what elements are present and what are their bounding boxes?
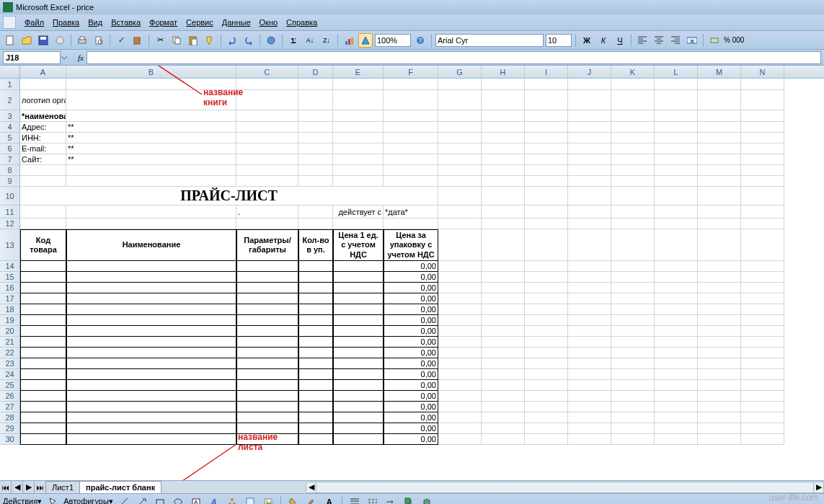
col-header-I[interactable]: I [525,66,568,78]
cell[interactable] [525,315,568,326]
cell[interactable] [66,369,236,380]
cell[interactable] [611,369,655,380]
cell[interactable] [438,337,482,348]
cell[interactable] [698,391,741,402]
cell[interactable] [20,205,66,218]
underline-button[interactable]: Ч [613,33,627,48]
row-header-27[interactable]: 27 [0,402,20,412]
cell[interactable] [655,165,698,176]
cell[interactable] [66,218,236,229]
cell[interactable] [236,434,298,445]
paste-button[interactable] [186,33,200,48]
cell[interactable] [438,412,482,423]
cell[interactable] [482,154,525,165]
cut-button[interactable]: ✂ [153,33,167,48]
cell[interactable]: ИНН: [20,133,66,143]
row-header-8[interactable]: 8 [0,165,20,176]
cell[interactable] [525,79,568,90]
sort-desc-button[interactable]: Z↓ [319,33,334,48]
menu-Сервис[interactable]: Сервис [182,17,218,28]
cell[interactable] [568,283,611,293]
cell[interactable] [384,218,438,229]
cell[interactable] [698,304,741,315]
cell[interactable] [655,90,698,110]
cell[interactable] [333,348,384,358]
cell[interactable] [482,218,525,229]
fx-label[interactable]: fx [78,53,84,62]
cell[interactable] [525,358,568,369]
cell[interactable]: 0,00 [384,402,438,412]
cell[interactable] [20,348,66,358]
cell[interactable] [568,293,611,304]
cell[interactable] [20,358,66,369]
cell[interactable] [298,261,333,272]
cell[interactable] [741,218,784,229]
cell[interactable] [66,304,236,315]
3d-button[interactable] [420,495,434,505]
cell[interactable] [525,369,568,380]
row-header-2[interactable]: 2 [0,90,20,110]
cell[interactable] [66,348,236,358]
cell[interactable] [525,412,568,423]
cell[interactable] [698,402,741,412]
cell[interactable] [741,79,784,90]
help-button[interactable]: ? [413,33,427,48]
cell[interactable]: 0,00 [384,315,438,326]
cell[interactable]: 0,00 [384,423,438,434]
cell[interactable] [655,272,698,283]
cell[interactable] [655,218,698,229]
cell[interactable] [655,176,698,187]
col-header-J[interactable]: J [568,66,611,78]
cell[interactable] [438,283,482,293]
cell[interactable] [298,423,333,434]
sort-asc-button[interactable]: A↓ [303,33,317,48]
cell[interactable] [655,423,698,434]
cell[interactable] [611,391,655,402]
textbox-button[interactable]: A [189,495,203,505]
row-header-1[interactable]: 1 [0,79,20,90]
row-header-25[interactable]: 25 [0,380,20,391]
name-box[interactable]: J18 [3,51,61,64]
row-header-22[interactable]: 22 [0,348,20,358]
cell[interactable] [20,391,66,402]
cell[interactable] [655,79,698,90]
cell[interactable] [298,293,333,304]
cell[interactable] [236,143,298,154]
cells-area[interactable]: логотип организации*наименование организ… [20,79,784,445]
oval-button[interactable] [171,495,185,505]
align-left-button[interactable] [635,33,650,48]
cell[interactable] [611,133,655,143]
align-right-button[interactable] [668,33,683,48]
cell[interactable] [482,283,525,293]
hyperlink-button[interactable] [264,33,278,48]
cell[interactable] [482,337,525,348]
cell[interactable] [525,293,568,304]
cell[interactable] [655,358,698,369]
cell[interactable] [333,412,384,423]
cell[interactable] [438,110,482,122]
cell[interactable] [333,133,384,143]
cell[interactable] [741,412,784,423]
cell[interactable] [298,283,333,293]
cell[interactable] [482,110,525,122]
cell[interactable] [568,434,611,445]
cell[interactable] [698,412,741,423]
cell[interactable] [611,412,655,423]
cell[interactable] [655,369,698,380]
cell[interactable] [568,110,611,122]
cell[interactable] [698,205,741,218]
cell[interactable] [741,423,784,434]
cell[interactable]: Наименование [66,229,236,261]
cell[interactable] [525,165,568,176]
cell[interactable] [482,205,525,218]
spreadsheet-grid[interactable]: ABCDEFGHIJKLMN 1234567891011121314151617… [0,66,824,480]
cell[interactable] [482,176,525,187]
cell[interactable] [438,358,482,369]
cell[interactable] [482,165,525,176]
cell[interactable] [438,402,482,412]
horizontal-scrollbar[interactable]: ◀ ▶ [306,482,824,493]
cell[interactable] [333,79,384,90]
cell[interactable] [66,326,236,337]
cell[interactable] [525,110,568,122]
cell[interactable] [20,369,66,380]
